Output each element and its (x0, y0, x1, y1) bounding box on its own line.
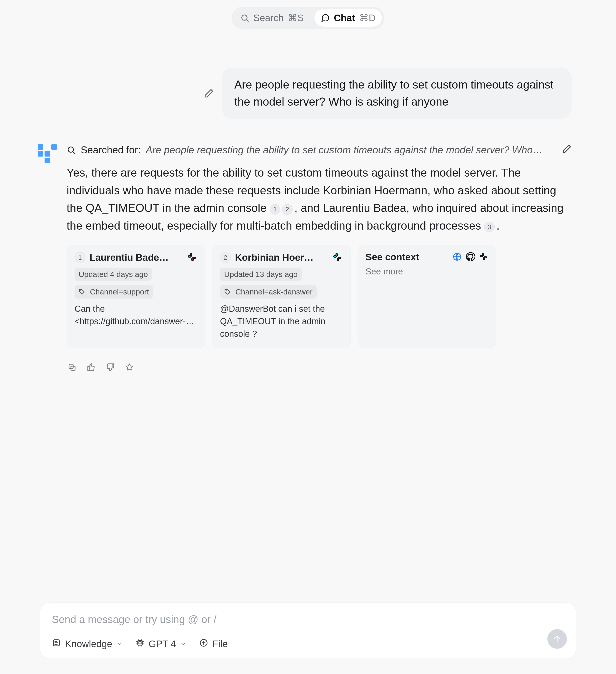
see-context-title: See context (365, 252, 448, 262)
github-icon (466, 252, 475, 262)
context-source-icons (452, 252, 488, 262)
citation-3[interactable]: 3 (484, 222, 495, 232)
user-message-row: Are people requesting the ability to set… (35, 68, 581, 119)
updated-chip: Updated 4 days ago (74, 267, 152, 281)
source-number: 2 (220, 252, 231, 263)
chat-tab-label: Chat (334, 12, 355, 23)
tag-icon (79, 288, 88, 297)
channel-chip: Channel=support (74, 285, 153, 299)
tag-icon (224, 288, 233, 297)
source-snippet: @DanswerBot can i set the QA_TIMEOUT in … (220, 303, 343, 340)
citation-1[interactable]: 1 (270, 204, 280, 215)
searched-for-prefix: Searched for: (81, 144, 141, 156)
search-icon (240, 13, 249, 22)
svg-rect-8 (192, 258, 193, 261)
slack-icon (186, 252, 197, 263)
chat-tab[interactable]: Chat ⌘D (314, 9, 382, 27)
model-label: GPT 4 (149, 639, 176, 649)
svg-point-9 (81, 290, 81, 291)
assistant-answer: Yes, there are requests for the ability … (66, 164, 572, 235)
svg-rect-6 (190, 253, 192, 256)
channel-chip-text: Channel=support (90, 288, 149, 296)
svg-point-14 (226, 290, 226, 291)
globe-icon (452, 252, 462, 262)
chat-icon (321, 13, 330, 22)
chat-shortcut: ⌘D (359, 12, 375, 23)
mode-switch: Search ⌘S Chat ⌘D (232, 7, 384, 29)
star-button[interactable] (124, 362, 135, 373)
source-number: 1 (74, 252, 86, 263)
edit-user-message-button[interactable] (202, 87, 215, 100)
channel-chip-text: Channel=ask-danswer (235, 288, 312, 296)
see-context-card[interactable]: See context See more (357, 245, 496, 348)
chevron-down-icon (180, 639, 186, 649)
composer-placeholder: Send a message or try using @ or / (52, 613, 564, 626)
search-shortcut: ⌘S (288, 12, 304, 23)
plus-circle-icon (199, 638, 208, 650)
svg-rect-24 (139, 642, 141, 644)
updated-chip: Updated 13 days ago (220, 267, 302, 281)
svg-point-2 (325, 17, 325, 18)
source-card[interactable]: 1 Laurentiu Bade… Updated 4 days ago (66, 245, 205, 348)
source-cards: 1 Laurentiu Bade… Updated 4 days ago (66, 245, 572, 348)
svg-rect-23 (138, 641, 142, 645)
svg-point-3 (326, 17, 327, 18)
assistant-avatar (37, 144, 57, 163)
see-more-label: See more (365, 267, 488, 276)
searched-for-line: Searched for: Are people requesting the … (66, 144, 572, 156)
knowledge-label: Knowledge (65, 639, 112, 649)
cpu-icon (136, 638, 145, 650)
answer-text: . (496, 219, 500, 232)
chevron-down-icon (116, 639, 123, 649)
assistant-block: Searched for: Are people requesting the … (35, 144, 581, 373)
svg-rect-17 (482, 253, 483, 256)
svg-point-1 (323, 17, 324, 18)
knowledge-icon (52, 638, 61, 650)
file-label: File (212, 639, 228, 649)
svg-rect-11 (336, 253, 337, 256)
slack-icon (332, 252, 343, 263)
svg-rect-19 (483, 257, 485, 260)
search-tab-label: Search (254, 12, 284, 23)
slack-icon (479, 252, 488, 262)
svg-rect-13 (337, 258, 339, 261)
model-picker[interactable]: GPT 4 (136, 638, 187, 650)
source-card[interactable]: 2 Korbinian Hoer… Updated 13 days ago (212, 245, 351, 348)
edit-search-button[interactable] (562, 144, 572, 156)
searched-for-query: Are people requesting the ability to set… (146, 144, 557, 156)
citation-group[interactable]: 3 (484, 222, 496, 232)
send-button[interactable] (548, 629, 567, 649)
citation-2[interactable]: 2 (282, 204, 293, 215)
search-icon (66, 145, 76, 154)
copy-button[interactable] (66, 362, 78, 373)
knowledge-picker[interactable]: Knowledge (52, 638, 123, 650)
citation-group[interactable]: 1 2 (270, 204, 294, 215)
thumbs-up-button[interactable] (86, 362, 97, 373)
source-title: Laurentiu Bade… (90, 252, 182, 263)
search-tab[interactable]: Search ⌘S (234, 9, 310, 27)
thumbs-down-button[interactable] (105, 362, 116, 373)
source-snippet: Can the <https://github.com/danswer-… (74, 303, 197, 328)
feedback-row (66, 362, 572, 373)
channel-chip: Channel=ask-danswer (220, 285, 317, 299)
source-title: Korbinian Hoer… (235, 252, 328, 263)
file-button[interactable]: File (199, 638, 228, 650)
user-message-bubble: Are people requesting the ability to set… (221, 68, 572, 119)
composer[interactable]: Send a message or try using @ or / Knowl… (40, 602, 576, 658)
